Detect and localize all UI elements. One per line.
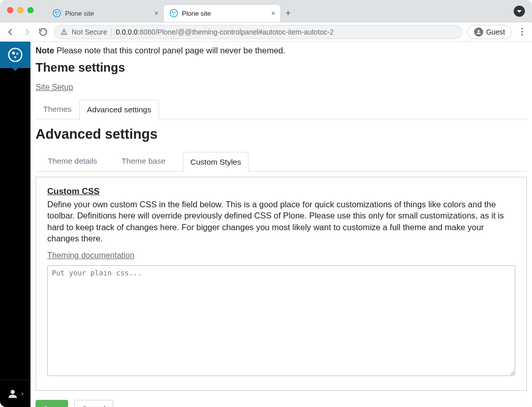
close-tab-icon[interactable]: × [271, 9, 275, 17]
section-title: Advanced settings [36, 127, 527, 142]
theming-note: Note Please note that this control panel… [36, 46, 527, 55]
tab-advanced-settings[interactable]: Advanced settings [79, 100, 159, 119]
tab-custom-styles[interactable]: Custom Styles [183, 152, 249, 172]
window-controls [7, 7, 34, 13]
controlpanel-tabs: Themes Advanced settings [36, 99, 527, 119]
svg-rect-10 [64, 33, 64, 34]
minimize-window-button[interactable] [17, 7, 23, 13]
svg-point-0 [53, 10, 61, 17]
avatar-icon [474, 27, 483, 37]
custom-css-input[interactable] [47, 265, 515, 376]
separator [111, 28, 112, 36]
plone-toolbar: › [0, 42, 30, 407]
svg-point-16 [11, 390, 15, 394]
svg-point-1 [55, 11, 56, 13]
tab-themes[interactable]: Themes [36, 99, 79, 119]
browser-tab[interactable]: Plone site × [164, 5, 280, 22]
url-omnibox[interactable]: Not Secure 0.0.0.0:8080/Plone/@@theming-… [54, 25, 462, 39]
plone-toolbar-user-button[interactable]: › [0, 380, 30, 407]
browser-tab-title: Plone site [65, 10, 150, 17]
custom-css-panel: Custom CSS Define your own custom CSS in… [36, 177, 527, 391]
tab-theme-details[interactable]: Theme details [41, 151, 104, 171]
svg-point-12 [9, 48, 22, 61]
back-button[interactable] [5, 26, 16, 38]
svg-point-13 [12, 52, 15, 55]
custom-css-help: Define your own custom CSS in the field … [47, 199, 515, 244]
site-setup-link[interactable]: Site Setup [36, 83, 73, 91]
profile-button[interactable]: Guest [467, 25, 512, 39]
browser-addressbar: Not Secure 0.0.0.0:8080/Plone/@@theming-… [0, 22, 532, 42]
svg-point-11 [478, 30, 480, 32]
forward-button[interactable] [21, 26, 33, 38]
svg-point-7 [173, 14, 174, 15]
svg-point-15 [14, 56, 16, 58]
browser-tab-title: Plone site [182, 10, 267, 17]
maximize-window-button[interactable] [27, 7, 34, 13]
account-switcher-button[interactable] [514, 6, 525, 17]
svg-point-5 [172, 11, 173, 13]
cancel-button[interactable]: Cancel [74, 400, 113, 407]
profile-label: Guest [486, 28, 505, 36]
reload-button[interactable] [38, 26, 49, 38]
close-tab-icon[interactable]: × [154, 9, 159, 17]
custom-css-label: Custom CSS [47, 186, 515, 197]
browser-tab[interactable]: Plone site × [47, 5, 164, 22]
svg-point-6 [174, 12, 175, 13]
plone-toolbar-logo[interactable] [0, 42, 30, 68]
not-secure-icon [60, 28, 68, 36]
svg-marker-8 [517, 10, 522, 13]
save-button[interactable]: Save [36, 400, 68, 407]
new-tab-button[interactable]: + [280, 5, 296, 22]
svg-point-4 [170, 10, 178, 17]
chevron-right-icon: › [21, 390, 23, 397]
plone-favicon-icon [170, 9, 178, 17]
svg-point-14 [16, 53, 18, 55]
form-buttons: Save Cancel [36, 400, 527, 407]
url-text: 0.0.0.0:8080/Plone/@@theming-controlpane… [116, 28, 456, 36]
browser-tabbar: Plone site × Plone site × + [0, 0, 532, 22]
close-window-button[interactable] [7, 7, 13, 13]
not-secure-label: Not Secure [72, 28, 107, 36]
advanced-subtabs: Theme details Theme base Custom Styles [36, 151, 527, 172]
page-content: Note Please note that this control panel… [30, 42, 532, 407]
plone-favicon-icon [53, 9, 61, 17]
page-title: Theme settings [36, 60, 527, 75]
svg-rect-9 [64, 31, 64, 33]
svg-point-2 [57, 12, 58, 13]
svg-point-3 [56, 14, 57, 15]
browser-menu-button[interactable] [517, 28, 527, 36]
theming-documentation-link[interactable]: Theming documentation [47, 251, 135, 260]
tab-theme-base[interactable]: Theme base [114, 151, 172, 171]
